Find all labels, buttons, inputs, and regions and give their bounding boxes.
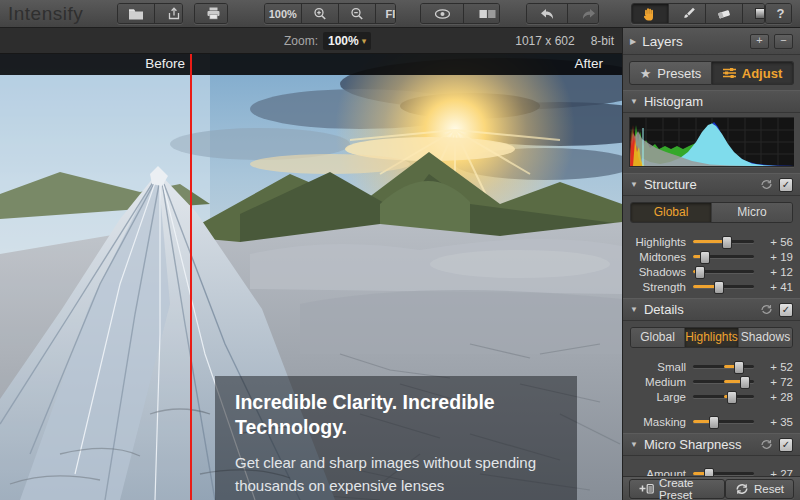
zoom-in-button[interactable] bbox=[301, 4, 338, 23]
micro-sharpness-enabled-checkbox[interactable]: ✓ bbox=[779, 438, 793, 452]
slider-row-small: Small + 52 bbox=[626, 359, 793, 374]
structure-header[interactable]: ▼ Structure ✓ bbox=[623, 173, 800, 196]
tab-global[interactable]: Global bbox=[631, 203, 711, 222]
adjust-panel: ▶ Layers + − ★ Presets Adjust ▼ Histogra… bbox=[622, 28, 800, 500]
micro-sharpness-title: Micro Sharpness bbox=[644, 437, 742, 452]
panel-footer: Create Preset Reset bbox=[623, 476, 800, 500]
slider-handle[interactable] bbox=[700, 251, 710, 264]
slider-row-shadows: Shadows + 12 bbox=[626, 264, 793, 279]
section-reset-icon[interactable] bbox=[760, 301, 773, 319]
tab-highlights[interactable]: Highlights bbox=[684, 328, 738, 347]
brush-tool-icon bbox=[680, 7, 695, 21]
slider-track[interactable] bbox=[693, 395, 754, 398]
undo-button[interactable] bbox=[527, 4, 567, 23]
open-file-button[interactable] bbox=[118, 4, 154, 23]
image-canvas[interactable]: Before After Incredible Clarity. Incredi… bbox=[0, 54, 622, 500]
remove-layer-button[interactable]: − bbox=[774, 34, 793, 49]
intensify-window: Intensify 100% bbox=[0, 0, 800, 500]
slider-value: + 56 bbox=[761, 236, 793, 248]
export-button[interactable] bbox=[154, 4, 183, 23]
slider-label: Strength bbox=[626, 281, 686, 293]
create-preset-label: Create Preset bbox=[659, 477, 715, 500]
slider-handle[interactable] bbox=[734, 361, 744, 374]
zoom-level-button[interactable]: 100% bbox=[265, 4, 301, 23]
gradient-tool-button[interactable] bbox=[742, 4, 765, 23]
open-folder-icon bbox=[128, 8, 144, 20]
slider-value: + 41 bbox=[761, 281, 793, 293]
tab-shadows[interactable]: Shadows bbox=[738, 328, 792, 347]
layers-header[interactable]: ▶ Layers + − bbox=[623, 28, 800, 55]
presets-tab[interactable]: ★ Presets bbox=[629, 61, 712, 85]
print-button[interactable] bbox=[195, 4, 228, 23]
gradient-tool-icon bbox=[755, 8, 765, 19]
tab-global[interactable]: Global bbox=[631, 328, 684, 347]
fit-button[interactable]: FIT bbox=[375, 4, 397, 23]
slider-track[interactable] bbox=[693, 420, 754, 423]
slider-handle[interactable] bbox=[695, 266, 705, 279]
undo-arrow-icon bbox=[540, 8, 555, 20]
slider-row-strength: Strength + 41 bbox=[626, 279, 793, 294]
collapse-down-icon: ▼ bbox=[630, 305, 638, 314]
micro-sharpness-header[interactable]: ▼ Micro Sharpness ✓ bbox=[623, 433, 800, 456]
details-enabled-checkbox[interactable]: ✓ bbox=[779, 303, 793, 317]
create-preset-button[interactable]: Create Preset bbox=[629, 479, 725, 499]
file-button-group bbox=[117, 3, 183, 24]
slider-value: + 52 bbox=[761, 361, 793, 373]
after-label: After bbox=[574, 56, 603, 71]
slider-track[interactable] bbox=[693, 365, 754, 368]
slider-row-midtones: Midtones + 19 bbox=[626, 249, 793, 264]
histogram-header[interactable]: ▼ Histogram bbox=[623, 90, 800, 113]
preview-toggle-button[interactable] bbox=[421, 4, 463, 23]
slider-track[interactable] bbox=[693, 270, 754, 273]
slider-handle[interactable] bbox=[709, 416, 719, 429]
slider-handle[interactable] bbox=[722, 236, 732, 249]
reset-button[interactable]: Reset bbox=[725, 479, 794, 499]
slider-track[interactable] bbox=[693, 285, 754, 288]
details-header[interactable]: ▼ Details ✓ bbox=[623, 298, 800, 321]
structure-enabled-checkbox[interactable]: ✓ bbox=[779, 178, 793, 192]
reset-label: Reset bbox=[754, 483, 784, 495]
slider-value: + 19 bbox=[761, 251, 793, 263]
zoom-in-icon bbox=[313, 7, 327, 21]
slider-track[interactable] bbox=[693, 255, 754, 258]
eraser-tool-button[interactable] bbox=[705, 4, 742, 23]
slider-handle[interactable] bbox=[727, 391, 737, 404]
slider-value: + 12 bbox=[761, 266, 793, 278]
hand-tool-button[interactable] bbox=[632, 4, 668, 23]
slider-handle[interactable] bbox=[740, 376, 750, 389]
before-after-divider[interactable] bbox=[190, 54, 192, 500]
chevron-down-icon: ▾ bbox=[362, 36, 367, 46]
tools-button-group bbox=[631, 3, 765, 24]
slider-row-medium: Medium + 72 bbox=[626, 374, 793, 389]
eye-icon bbox=[434, 8, 451, 20]
print-button-group bbox=[194, 3, 228, 24]
marketing-overlay: Incredible Clarity. Incredible Technolog… bbox=[215, 376, 577, 500]
adjust-tab[interactable]: Adjust bbox=[712, 61, 794, 85]
help-button[interactable]: ? bbox=[766, 4, 792, 23]
details-tabs: Global Highlights Shadows bbox=[630, 327, 793, 348]
section-reset-icon[interactable] bbox=[760, 176, 773, 194]
slider-value: + 35 bbox=[761, 416, 793, 428]
presets-label: Presets bbox=[657, 66, 701, 81]
add-layer-button[interactable]: + bbox=[750, 34, 769, 49]
fit-label: FIT bbox=[386, 8, 397, 20]
reset-icon bbox=[735, 483, 749, 495]
zoom-out-icon bbox=[350, 7, 364, 21]
slider-handle[interactable] bbox=[714, 281, 724, 294]
slider-track[interactable] bbox=[693, 380, 754, 383]
adjust-label: Adjust bbox=[742, 66, 782, 81]
histogram-display bbox=[629, 117, 794, 167]
redo-button[interactable] bbox=[567, 4, 599, 23]
slider-track[interactable] bbox=[693, 472, 754, 475]
zoom-dropdown[interactable]: 100% ▾ bbox=[323, 32, 371, 50]
section-reset-icon[interactable] bbox=[760, 436, 773, 454]
compare-split-button[interactable] bbox=[463, 4, 500, 23]
tab-micro[interactable]: Micro bbox=[711, 203, 792, 222]
collapse-down-icon: ▼ bbox=[630, 180, 638, 189]
brush-tool-button[interactable] bbox=[668, 4, 705, 23]
slider-track[interactable] bbox=[693, 240, 754, 243]
zoom-out-button[interactable] bbox=[338, 4, 375, 23]
overlay-headline: Incredible Clarity. Incredible Technolog… bbox=[235, 390, 557, 441]
slider-row-large: Large + 28 bbox=[626, 389, 793, 404]
overlay-subtitle: Get clear and sharp images without spend… bbox=[235, 451, 557, 498]
